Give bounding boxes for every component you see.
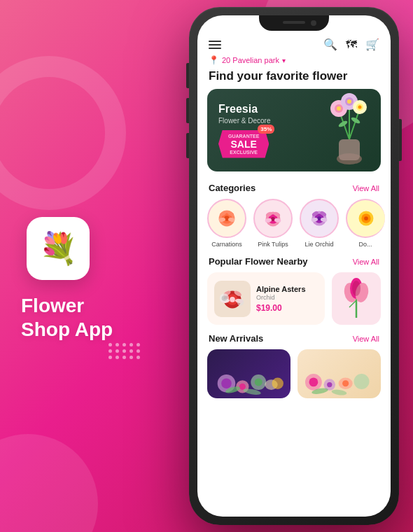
svg-point-48 — [222, 295, 227, 301]
popular-card-image-alpine — [214, 281, 251, 317]
categories-title: Categories — [209, 183, 255, 193]
svg-point-59 — [239, 384, 246, 390]
svg-point-42 — [230, 297, 235, 302]
categories-list: Carnations — [197, 199, 391, 255]
location-text: 20 Pavelian park — [222, 56, 279, 64]
category-item-lie-orchid[interactable]: Lie Orchid — [300, 199, 339, 248]
category-circle-lie-orchid — [300, 199, 339, 238]
search-icon[interactable]: 🔍 — [323, 38, 337, 51]
svg-point-25 — [271, 217, 275, 221]
app-icon-emoji: 💐 — [39, 230, 78, 267]
category-circle-carnations — [207, 199, 246, 238]
category-label-carnations: Carnations — [211, 241, 242, 248]
svg-point-67 — [309, 377, 318, 386]
popular-card-info-alpine: Alpine Asters Orchid $19.00 — [256, 285, 318, 313]
arrival-card-light[interactable] — [298, 349, 381, 398]
app-title-line2: Shop App — [21, 318, 113, 342]
phone-shell: 🔍 🗺 🛒 📍 20 Pavelian park ▾ Find your fav… — [189, 7, 399, 525]
svg-point-71 — [342, 380, 349, 386]
app-title-line1: Flower — [21, 294, 113, 318]
category-circle-pink-tulips — [253, 199, 293, 238]
categories-section-header: Categories View All — [197, 181, 391, 199]
new-arrivals-view-all[interactable]: View All — [353, 335, 379, 343]
top-bar: 🔍 🗺 🛒 — [197, 34, 391, 54]
category-label-pink-tulips: Pink Tulips — [258, 241, 288, 248]
arrival-card-dark[interactable] — [207, 349, 290, 398]
app-title: Flower Shop App — [21, 294, 113, 341]
new-arrivals-section-header: New Arrivals View All — [197, 332, 391, 349]
phone-screen: 🔍 🗺 🛒 📍 20 Pavelian park ▾ Find your fav… — [197, 15, 391, 517]
new-arrivals-title: New Arrivals — [209, 333, 263, 344]
phone-notch — [259, 15, 329, 31]
location-bar[interactable]: 📍 20 Pavelian park ▾ — [197, 54, 391, 68]
categories-view-all[interactable]: View All — [353, 184, 379, 192]
deco-arc — [0, 56, 126, 210]
category-item-carnations[interactable]: Carnations — [207, 199, 246, 248]
popular-card-type: Orchid — [256, 294, 318, 301]
popular-cards-list: Alpine Asters Orchid $19.00 — [197, 272, 391, 332]
map-icon[interactable]: 🗺 — [346, 38, 357, 51]
dots-decoration — [108, 343, 141, 359]
popular-card-tulip[interactable] — [332, 272, 381, 325]
popular-section-header: Popular Flower Nearby View All — [197, 255, 391, 272]
location-pin-icon: 📍 — [209, 55, 219, 65]
banner-subtitle: Flower & Decore — [218, 117, 370, 125]
svg-point-69 — [327, 382, 332, 387]
popular-view-all[interactable]: View All — [353, 258, 379, 266]
notch-camera — [311, 20, 316, 26]
new-arrivals-cards — [197, 349, 391, 398]
svg-point-74 — [331, 388, 347, 396]
svg-point-57 — [221, 378, 232, 388]
svg-point-39 — [364, 216, 368, 220]
page-title: Find your favorite flower — [197, 68, 391, 89]
category-item-pink-tulips[interactable]: Pink Tulips — [253, 199, 293, 248]
svg-point-49 — [237, 299, 244, 306]
svg-point-61 — [255, 378, 262, 386]
cart-icon[interactable]: 🛒 — [365, 38, 379, 51]
category-item-dahlia[interactable]: Do... — [346, 199, 385, 248]
menu-button[interactable] — [209, 41, 221, 49]
svg-point-32 — [317, 216, 321, 220]
svg-point-55 — [352, 281, 360, 296]
banner-exclusive-label: EXCLUSIVE — [228, 150, 259, 155]
svg-point-63 — [272, 377, 283, 388]
phone-device: 🔍 🗺 🛒 📍 20 Pavelian park ▾ Find your fav… — [189, 7, 399, 525]
banner-text-area: Freesia Flower & Decore GUARANTEE SALE E… — [207, 94, 381, 167]
category-label-dahlia: Do... — [358, 241, 372, 248]
popular-card-name: Alpine Asters — [256, 285, 318, 293]
banner-sale-label: SALE — [231, 139, 257, 150]
svg-point-72 — [354, 374, 370, 389]
banner-title: Freesia — [218, 103, 370, 115]
category-circle-dahlia — [346, 199, 385, 238]
banner-guarantee-label: GUARANTEE — [228, 134, 259, 139]
popular-card-alpine-asters[interactable]: Alpine Asters Orchid $19.00 — [207, 272, 325, 325]
popular-title: Popular Flower Nearby — [209, 256, 308, 267]
notch-speaker — [283, 21, 305, 24]
location-chevron-icon: ▾ — [282, 57, 286, 64]
popular-card-price: $19.00 — [256, 303, 318, 313]
top-icons: 🔍 🗺 🛒 — [323, 38, 379, 51]
app-icon: 💐 — [27, 217, 90, 280]
category-label-lie-orchid: Lie Orchid — [304, 241, 333, 248]
banner-discount-num: 35% — [258, 125, 274, 134]
promo-banner[interactable]: Freesia Flower & Decore GUARANTEE SALE E… — [207, 89, 381, 172]
deco-circle-bottom — [0, 434, 98, 532]
screen-content: 🔍 🗺 🛒 📍 20 Pavelian park ▾ Find your fav… — [197, 15, 391, 517]
